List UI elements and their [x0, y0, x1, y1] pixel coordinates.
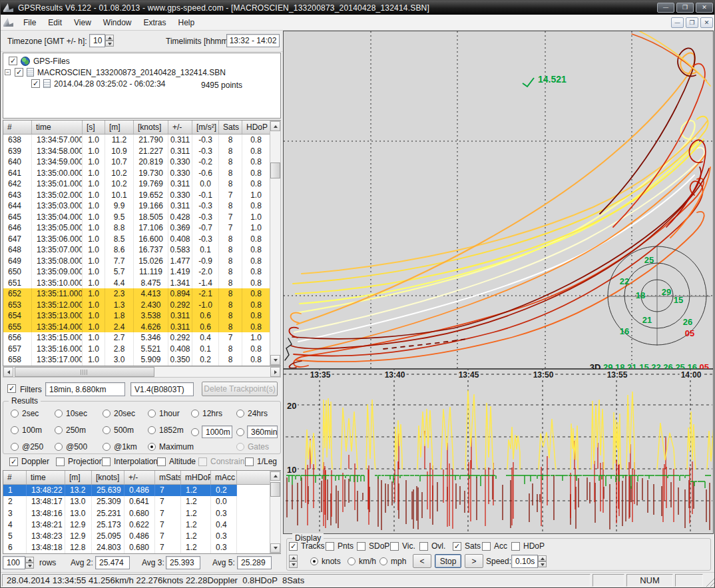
table-row[interactable]: 64813:35:07.0001.08.616.7370.5830.180.8	[3, 244, 280, 256]
table-row[interactable]: 64313:35:02.0001.010.119.6520.330-0.171.…	[3, 190, 280, 201]
table-row[interactable]: 65313:35:12.0001.01.32.4300.292-1.080.8	[3, 300, 280, 311]
display-option-pnts[interactable]: Pnts	[326, 541, 354, 551]
scroll-down-arrow[interactable]	[270, 355, 280, 365]
table-row[interactable]: 64713:35:06.0001.08.516.6000.408-0.380.8	[3, 234, 280, 245]
result-option-1000m[interactable]: 1000m	[191, 426, 232, 438]
result-option-gates[interactable]: Gates	[236, 442, 269, 451]
checkbox-gps-files[interactable]: ✓	[9, 57, 17, 65]
display-option-vic[interactable]: Vic.	[390, 541, 415, 551]
table-row[interactable]: 113:48:2213.225.6390.48671.20.2	[3, 485, 280, 496]
mdi-close-button[interactable]: ✕	[700, 17, 713, 28]
menu-item-file[interactable]: File	[17, 16, 42, 29]
delete-trackpoints-button[interactable]: Delete Trackpoint(s)	[202, 382, 278, 396]
column-header[interactable]: [s]	[83, 121, 105, 134]
radio-button[interactable]	[191, 410, 199, 418]
custom-value-input[interactable]: 360min	[247, 426, 278, 438]
column-header[interactable]: [knots]	[92, 471, 124, 484]
option-projection[interactable]: Projection	[56, 457, 103, 466]
custom-value-input[interactable]: 1000m	[202, 426, 232, 438]
rows-count-stepper[interactable]	[25, 557, 34, 569]
table-row[interactable]: 513:48:2312.925.0950.48671.20.3	[3, 531, 280, 542]
checkbox[interactable]	[245, 457, 254, 466]
option-1leg[interactable]: 1/Leg	[245, 457, 277, 466]
table-row[interactable]: 65013:35:09.0001.05.711.1191.419-2.080.8	[3, 266, 280, 278]
stop-button[interactable]: Stop	[435, 554, 461, 568]
mdi-restore-button[interactable]: ❐	[686, 17, 698, 28]
radio-button[interactable]	[55, 443, 63, 451]
checkbox[interactable]	[511, 542, 520, 551]
mdi-minimize-button[interactable]: —	[671, 17, 684, 28]
result-option-10sec[interactable]: 10sec	[55, 409, 87, 418]
table-row[interactable]: 313:48:1613.025.2310.68071.20.3	[3, 508, 280, 519]
unit-kmh[interactable]: km/h	[348, 557, 376, 566]
radio-button[interactable]	[148, 443, 156, 451]
radio-button[interactable]	[191, 428, 199, 436]
checkbox[interactable]	[419, 542, 428, 551]
table-row[interactable]: 65113:35:10.0001.04.48.4751.341-1.480.8	[3, 278, 280, 289]
display-option-ovl[interactable]: Ovl.	[419, 541, 445, 551]
unit-mph[interactable]: mph	[379, 557, 406, 566]
result-option-24hrs[interactable]: 24hrs	[236, 409, 268, 418]
timelimits-input[interactable]: 13:32 - 14:02	[226, 34, 280, 47]
display-option-hdop[interactable]: HDoP	[511, 541, 545, 551]
result-option-1km[interactable]: @1km	[103, 442, 137, 451]
column-header[interactable]: HDoP	[242, 121, 270, 134]
checkbox[interactable]	[482, 542, 491, 551]
tree-item-session[interactable]: ✓ 2014.04.28 03:25:02 - 06:02:34	[31, 79, 165, 89]
checkbox[interactable]	[157, 457, 166, 466]
timezone-input[interactable]: 10	[89, 34, 105, 47]
table-row[interactable]: 63913:34:58.0001.010.921.2270.311-0.380.…	[3, 146, 280, 157]
radio-button[interactable]	[55, 426, 63, 434]
column-header[interactable]: Sats	[219, 121, 242, 134]
menu-item-edit[interactable]: Edit	[42, 16, 68, 29]
scroll-left-arrow[interactable]	[3, 367, 13, 377]
table-row[interactable]: 64413:35:03.0001.09.919.1660.311-0.380.8	[3, 200, 280, 212]
column-header[interactable]: mAcc	[211, 471, 237, 484]
column-header[interactable]: [m/s²]	[192, 121, 219, 134]
table-row[interactable]: 64613:35:05.0001.08.817.1060.369-0.771.0	[3, 222, 280, 234]
scroll-thumb[interactable]	[270, 162, 280, 178]
trackpoint-table-vscrollbar[interactable]	[270, 121, 281, 366]
minimize-button[interactable]: —	[657, 3, 674, 13]
display-option-sdop[interactable]: SDoP	[357, 541, 389, 551]
option-constrain[interactable]: Constrain	[198, 457, 244, 466]
radio-button[interactable]	[148, 426, 156, 434]
checkbox[interactable]: ✓	[453, 542, 461, 551]
restore-button[interactable]: ❐	[676, 3, 694, 13]
radio-button[interactable]	[103, 426, 111, 434]
table-row[interactable]: 413:48:2112.925.1730.62271.20.4	[3, 519, 280, 531]
scroll-thumb[interactable]	[270, 482, 280, 497]
scroll-right-arrow[interactable]	[270, 367, 280, 377]
radio-button[interactable]	[11, 410, 19, 418]
table-row[interactable]: 65513:35:14.0001.02.44.6260.3110.680.8	[3, 322, 280, 333]
table-row[interactable]: 65613:35:15.0001.02.75.3460.2920.471.0	[3, 332, 280, 344]
result-option-250m[interactable]: 250m	[55, 426, 86, 435]
radio-button[interactable]	[379, 557, 387, 565]
trackpoint-table-hscrollbar[interactable]	[3, 366, 281, 378]
rows-count-input[interactable]: 100	[3, 556, 25, 569]
column-header[interactable]: mHDoP	[181, 471, 211, 484]
collapse-icon[interactable]: −	[5, 69, 11, 75]
radio-button[interactable]	[348, 557, 356, 565]
column-header[interactable]: mSats	[155, 471, 181, 484]
option-interpolation[interactable]: Interpolation	[102, 457, 158, 466]
column-header[interactable]: time	[32, 121, 83, 134]
checkbox-file[interactable]: ✓	[15, 68, 23, 77]
filters-checkbox[interactable]: ✓	[7, 384, 16, 393]
table-row[interactable]: 64913:35:08.0001.07.715.0261.477-0.980.8	[3, 256, 280, 267]
display-option-acc[interactable]: Acc	[482, 541, 507, 551]
firmware-version-field[interactable]: V1.4(B0803T)	[130, 382, 194, 396]
display-option-tracks[interactable]: ✓Tracks	[289, 541, 325, 551]
tree-item-gps-files[interactable]: ✓ GPS-Files	[9, 56, 70, 66]
radio-button[interactable]	[236, 410, 244, 418]
column-header[interactable]: +/-	[124, 471, 155, 484]
table-row[interactable]: 63813:34:57.0001.011.221.7900.311-0.380.…	[3, 135, 280, 146]
speed-chart[interactable]: 13:3513:4013:4513:5013:5514:00 20 10	[283, 369, 714, 534]
checkbox[interactable]	[390, 542, 399, 551]
checkbox[interactable]	[357, 542, 365, 551]
column-header[interactable]: [m]	[105, 121, 134, 134]
menu-item-view[interactable]: View	[68, 16, 97, 29]
track-map[interactable]: 14.521 252218291521261605 3D 29 18 21 15…	[283, 31, 714, 369]
scroll-up-arrow[interactable]	[270, 471, 280, 481]
checkbox[interactable]	[326, 542, 334, 551]
